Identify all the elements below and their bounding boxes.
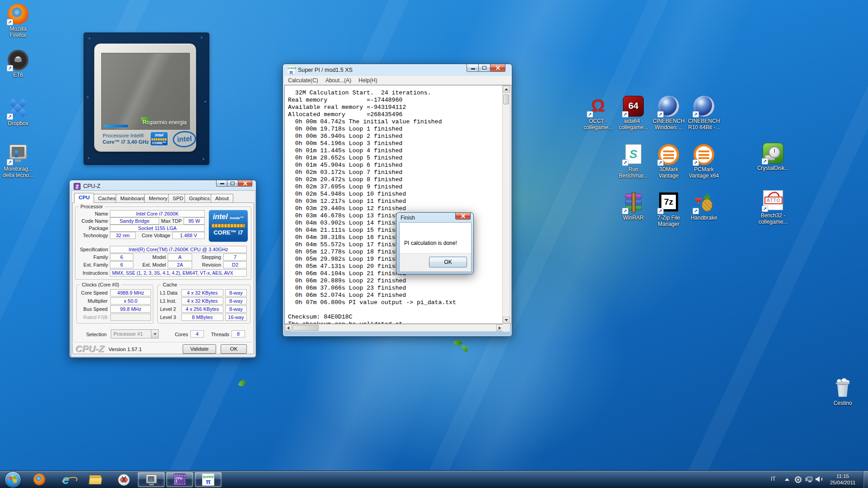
finish-dialog: Finish PI calculation is done! OK (396, 212, 474, 274)
tray-show-hidden-icons[interactable] (785, 478, 789, 481)
wallpaper-leaf-decoration (462, 345, 469, 352)
cpuz-field-max-tdp: 95 W (184, 217, 205, 225)
menu-calculate[interactable]: Calculate(C) (284, 77, 322, 84)
wallpaper-leaf-decoration (453, 338, 462, 347)
desktop-icon-dropbox[interactable]: Dropbox (0, 98, 38, 127)
desktop-icon-cinebench-windows[interactable]: CINEBENCHWindows ... (649, 96, 689, 131)
cpuz-field-level2: 4 x 256 KBytes (181, 305, 223, 313)
finish-dialog-body: PI calculation is done! OK (399, 222, 472, 272)
tray-clock[interactable]: 11:15 25/04/2011 (826, 473, 859, 486)
cpuz-ok-button[interactable]: OK (221, 344, 247, 354)
taskbar-firefox-icon[interactable] (33, 474, 46, 486)
cpuz-label-cores: Cores (172, 331, 188, 338)
tray-volume-icon[interactable] (816, 476, 822, 483)
desktop-icon-occt[interactable]: Ω OCCT -collegame... (578, 96, 618, 131)
cpuz-label-instructions: Instructions (73, 270, 108, 277)
superpi-menu-bar: Calculate(C) About...(A) Help(H) (284, 76, 511, 85)
shortcut-arrow-icon (657, 111, 664, 117)
cpuz-label-rated-fsb: Rated FSB (79, 314, 108, 321)
cpuz-field-stepping: 7 (223, 253, 247, 261)
tray-steering-wheel-icon[interactable] (795, 476, 802, 483)
menu-help[interactable]: Help(H) (355, 77, 381, 84)
close-button[interactable] (238, 180, 252, 187)
taskbar-snipping-tool-icon[interactable] (118, 474, 130, 486)
cpuz-field-ext-model: 2A (168, 261, 192, 268)
shortcut-arrow-icon (762, 158, 768, 164)
cpuz-label-package: Package (76, 225, 108, 232)
show-desktop-button[interactable] (863, 471, 868, 488)
cpuz-field-l1-data: 4 x 32 KBytes (181, 289, 223, 296)
tray-language-indicator[interactable]: IT (771, 476, 776, 482)
close-button[interactable] (490, 64, 505, 72)
start-button[interactable] (5, 471, 21, 488)
horizontal-scroll-thumb[interactable] (292, 325, 319, 331)
horizontal-scrollbar[interactable] (284, 324, 504, 332)
desktop-icon-run-benchmark[interactable]: S RunBenchmar... (613, 144, 653, 179)
desktop-icon-et6[interactable]: ET6 (0, 50, 38, 78)
taskbar: e CPU-Z SUPERπ IT 11:15 25/04/2011 (0, 470, 868, 488)
intel-cpu-gadget[interactable]: Risparmio energia Processore Intel® Core… (84, 33, 209, 165)
finish-dialog-title: Finish (401, 215, 415, 221)
minimize-button[interactable] (216, 180, 227, 187)
cpuz-label-l1-data: L1 Data (160, 290, 180, 296)
taskbar-ie-icon[interactable]: e (62, 474, 75, 486)
taskbar-button-monitor-gadget[interactable] (138, 472, 165, 487)
maximize-button[interactable] (478, 64, 491, 72)
cpuz-tab-about[interactable]: About (211, 194, 233, 203)
close-button[interactable] (455, 213, 471, 220)
desktop-icon-bench32-atto[interactable]: ATTO Bench32 -collegame... (753, 190, 793, 225)
desktop-icon-aida64[interactable]: 64 aida64 -collegame... (613, 96, 653, 131)
cpuz-field-family: 6 (110, 253, 133, 261)
icon-label: collegame... (613, 124, 653, 131)
shortcut-arrow-icon (7, 65, 13, 71)
cpuz-field-instructions: MMX, SSE (1, 2, 3, 3S, 4.1, 4.2), EM64T,… (110, 269, 247, 277)
taskbar-button-cpuz[interactable]: CPU-Z (166, 472, 193, 487)
cpuz-validate-button[interactable]: Validate (183, 344, 216, 354)
tray-network-icon[interactable] (806, 476, 813, 483)
vertical-scroll-thumb[interactable] (503, 94, 509, 104)
cpuz-selection-dropdown[interactable]: Processor #1 (111, 329, 159, 338)
desktop-icon-mozilla-firefox[interactable]: MozillaFirefox (0, 4, 38, 38)
intel-logo: intel (172, 130, 197, 148)
scroll-left-button[interactable] (285, 324, 292, 331)
scroll-down-button[interactable] (503, 317, 509, 324)
cpuz-field-l1-inst-assoc: 8-way (225, 297, 247, 305)
gadget-cpu-name-line1: Processore Intel® (103, 132, 149, 139)
desktop-icon-monitoraggio[interactable]: Monitorag...della tecno... (0, 144, 38, 178)
cpuz-tab-cpu[interactable]: CPU (74, 193, 94, 203)
desktop-icon-cinebench-r10[interactable]: CINEBENCHR10 64Bit -... (684, 96, 724, 131)
maximize-button[interactable] (227, 180, 238, 187)
windows-flag-icon (9, 475, 17, 483)
desktop-icon-pcmark-vantage[interactable]: PCMarkVantage x64 (684, 144, 724, 179)
desktop-icon-3dmark-vantage[interactable]: 3DMarkVantage (649, 144, 689, 179)
cpuz-label-ext-model: Ext. Model (140, 262, 166, 268)
cpuz-tab-graphics[interactable]: Graphics (184, 194, 214, 203)
icon-label: CINEBENCH (684, 118, 724, 124)
desktop-icon-crystaldisk[interactable]: CrystalDisk... (753, 143, 793, 171)
superpi-output: 32M Calculation Start. 24 iterations. Re… (288, 89, 456, 324)
icon-label: Cestino (823, 400, 863, 406)
cpuz-field-level3-assoc: 16-way (225, 314, 247, 321)
vertical-scrollbar[interactable] (502, 85, 510, 324)
scroll-up-button[interactable] (503, 86, 509, 93)
cpuz-selection-value: Processor #1 (113, 331, 143, 337)
icon-label: aida64 - (613, 118, 653, 124)
shortcut-arrow-icon (657, 208, 664, 214)
icon-label: Vantage x64 (684, 173, 724, 179)
finish-ok-button[interactable]: OK (429, 257, 467, 267)
taskbar-explorer-icon[interactable] (89, 474, 102, 486)
shortcut-arrow-icon (7, 159, 13, 165)
desktop-icon-7zip[interactable]: 7z 7-Zip FileManager (649, 192, 689, 227)
taskbar-button-superpi[interactable]: SUPERπ (195, 472, 222, 487)
menu-about[interactable]: About...(A) (322, 77, 355, 84)
shortcut-arrow-icon (657, 160, 664, 166)
minimize-button[interactable] (467, 64, 479, 72)
cpuz-field-l1-inst: 4 x 32 KBytes (181, 297, 223, 305)
cpuz-field-level3: 8 MBytes (181, 314, 223, 321)
desktop-icon-winrar[interactable]: WinRAR (613, 192, 653, 221)
desktop-icon-recycle-bin[interactable]: Cestino (823, 378, 863, 406)
cpuz-field-cores: 4 (190, 330, 204, 338)
desktop-icon-handbrake[interactable]: Handbrake (684, 192, 724, 221)
resize-grip[interactable] (502, 324, 510, 332)
cpuz-field-revision: D2 (223, 261, 247, 268)
